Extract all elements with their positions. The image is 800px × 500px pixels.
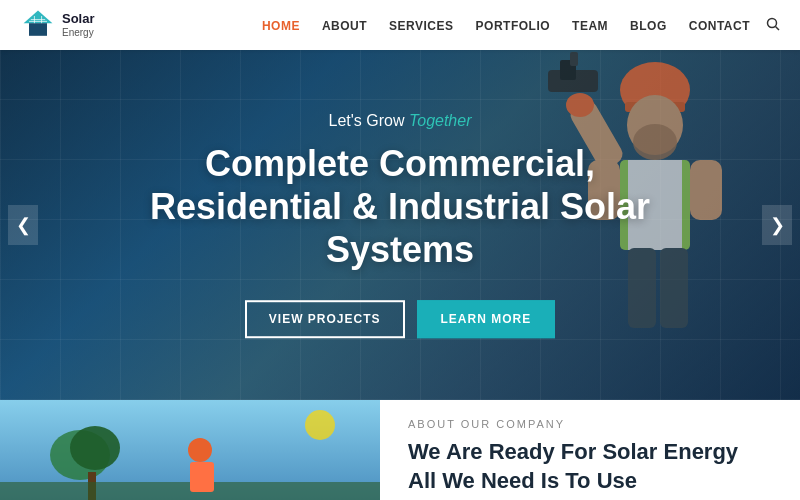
nav-home[interactable]: HOME bbox=[262, 16, 300, 34]
hero-title: Complete Commercial, Residential & Indus… bbox=[140, 142, 660, 272]
svg-point-28 bbox=[188, 438, 212, 462]
about-section: ABOUT OUR COMPANY We Are Ready For Solar… bbox=[0, 400, 800, 500]
view-projects-button[interactable]: VIEW PROJECTS bbox=[245, 300, 405, 338]
svg-rect-19 bbox=[570, 52, 578, 66]
svg-point-6 bbox=[768, 18, 777, 27]
nav-team[interactable]: TEAM bbox=[572, 16, 608, 34]
navbar: Solar Energy HOME ABOUT SERVICES PORTFOL… bbox=[0, 0, 800, 50]
hero-content: Let's Grow Together Complete Commercial,… bbox=[140, 112, 660, 338]
about-heading: We Are Ready For Solar Energy All We Nee… bbox=[408, 438, 772, 495]
prev-slide-button[interactable]: ❮ bbox=[8, 205, 38, 245]
nav-links: HOME ABOUT SERVICES PORTFOLIO TEAM BLOG … bbox=[262, 16, 750, 34]
about-label: ABOUT OUR COMPANY bbox=[408, 418, 772, 430]
svg-point-25 bbox=[70, 426, 120, 470]
logo-icon bbox=[20, 7, 56, 43]
svg-rect-29 bbox=[190, 462, 214, 492]
about-image-svg bbox=[0, 400, 380, 500]
svg-rect-1 bbox=[29, 23, 47, 36]
search-icon[interactable] bbox=[766, 17, 780, 34]
nav-services[interactable]: SERVICES bbox=[389, 16, 453, 34]
nav-contact[interactable]: CONTACT bbox=[689, 16, 750, 34]
about-image bbox=[0, 400, 380, 500]
next-slide-button[interactable]: ❯ bbox=[762, 205, 792, 245]
hero-buttons: VIEW PROJECTS LEARN MORE bbox=[140, 300, 660, 338]
nav-blog[interactable]: BLOG bbox=[630, 16, 667, 34]
svg-rect-15 bbox=[690, 160, 722, 220]
svg-rect-22 bbox=[660, 248, 688, 328]
hero-section: Let's Grow Together Complete Commercial,… bbox=[0, 50, 800, 400]
svg-line-7 bbox=[776, 26, 780, 30]
hero-subtitle: Let's Grow Together bbox=[140, 112, 660, 130]
learn-more-button[interactable]: LEARN MORE bbox=[417, 300, 556, 338]
logo[interactable]: Solar Energy bbox=[20, 7, 95, 43]
nav-portfolio[interactable]: PORTFOLIO bbox=[476, 16, 551, 34]
nav-about[interactable]: ABOUT bbox=[322, 16, 367, 34]
logo-text: Solar Energy bbox=[62, 11, 95, 39]
svg-point-30 bbox=[305, 410, 335, 440]
about-text: ABOUT OUR COMPANY We Are Ready For Solar… bbox=[380, 400, 800, 500]
